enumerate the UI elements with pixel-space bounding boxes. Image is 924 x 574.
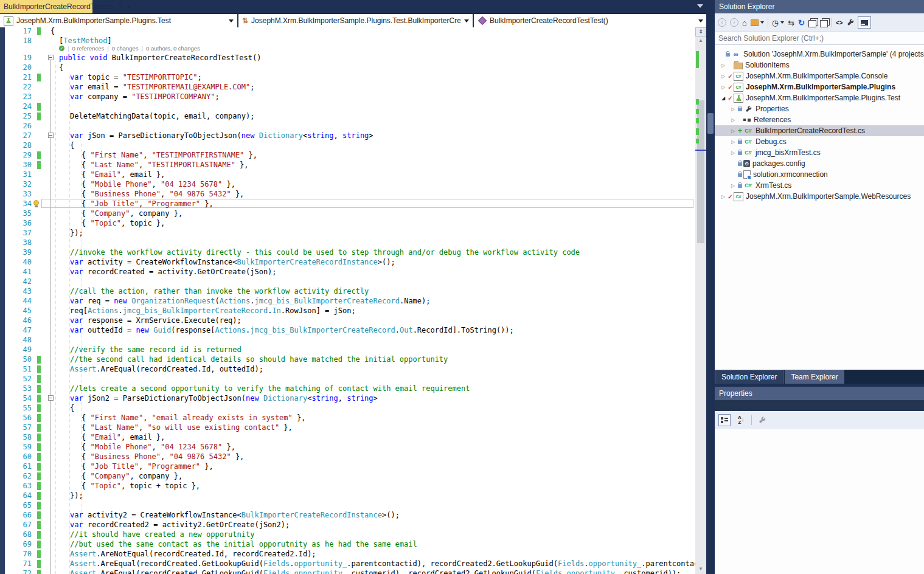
fold-collapse-box[interactable] xyxy=(48,133,54,138)
tab-list-dropdown-icon[interactable] xyxy=(697,4,703,8)
code-line[interactable]: //it should have created a new opporutni… xyxy=(70,530,254,539)
preview-selected-items-icon[interactable] xyxy=(858,16,871,29)
code-line[interactable]: req[Actions.jmcg_bis_BulkImporterCreateR… xyxy=(70,306,356,316)
codelens-authors[interactable]: 0 authors, 0 changes xyxy=(146,45,200,52)
properties-wrench-icon[interactable] xyxy=(847,17,854,28)
code-line[interactable]: var jSon = ParseDictionaryToObjectJson(n… xyxy=(70,131,373,140)
code-line[interactable]: }); xyxy=(70,491,83,500)
expander-icon[interactable]: ▷ xyxy=(720,194,727,199)
expander-icon[interactable]: ▷ xyxy=(729,183,737,188)
code-line[interactable]: { xyxy=(70,403,74,413)
code-line[interactable]: var req = new OrganizationRequest(Action… xyxy=(70,296,431,306)
tree-item-josephm-xrm-bulkimportersample-console[interactable]: ▷✓C#JosephM.Xrm.BulkImporterSample.Conso… xyxy=(715,71,924,81)
categorized-icon[interactable] xyxy=(718,414,731,426)
code-line[interactable]: var recordCreated = activity.GetOrCreate… xyxy=(70,267,277,277)
tree-item-josephm-xrm-bulkimportersample-plugins-t[interactable]: ◢✓JosephM.Xrm.BulkImporterSample.Plugins… xyxy=(715,92,924,103)
code-line[interactable]: public void BulkImporterCreateRecordTest… xyxy=(59,53,261,63)
tree-item-josephm-xrm-bulkimportersample-webresour[interactable]: ▷✓C#JosephM.Xrm.BulkImporterSample.WebRe… xyxy=(715,191,924,202)
member-dropdown[interactable]: BulkImporterCreateRecordTestTest() xyxy=(474,14,707,27)
code-line[interactable]: Assert.AreNotEqual(recordCreated.Id, rec… xyxy=(70,549,316,559)
code-line[interactable]: { "Business Phone", "04 9876 5432" }, xyxy=(82,189,244,199)
tree-item-properties[interactable]: ▷Properties xyxy=(715,103,924,114)
code-line[interactable]: { "Email", email }, xyxy=(82,432,165,442)
expander-icon[interactable]: ▷ xyxy=(729,117,737,123)
expander-icon[interactable]: ▷ xyxy=(729,139,737,145)
code-line[interactable]: var activity2 = CreateWorkflowInstance<B… xyxy=(70,510,400,520)
sync-with-active-document-icon[interactable]: ⇆ xyxy=(788,17,794,28)
editor-vertical-scrollbar[interactable]: ⇕ ▲ ▼ xyxy=(695,27,706,574)
code-line[interactable]: { "Topic", topic + topic }, xyxy=(82,481,200,491)
code-line[interactable]: //call the action, rather than invoke th… xyxy=(70,286,369,296)
code-line[interactable]: { "First Name", "email already exists in… xyxy=(82,413,305,423)
tree-item-jmcg-bisxrmtest-cs[interactable]: ▷C#jmcg_bisXrmTest.cs xyxy=(715,147,924,158)
code-line[interactable]: { "Business Phone", "04 9876 5432" }, xyxy=(82,452,244,462)
code-line[interactable]: { "Mobile Phone", "04 1234 5678" }, xyxy=(82,442,235,452)
codelens-references[interactable]: 0 references xyxy=(72,45,104,52)
code-line[interactable]: var jSon2 = ParseDictionaryToObjectJson(… xyxy=(70,393,378,403)
code-line[interactable]: [TestMethod] xyxy=(59,36,112,46)
close-icon[interactable]: × xyxy=(127,3,131,10)
code-line[interactable]: var response = XrmService.Execute(req); xyxy=(70,316,241,325)
code-line[interactable]: var activity = CreateWorkflowInstance<Bu… xyxy=(70,257,395,267)
code-line[interactable]: { "Job Title", "Programmer" }, xyxy=(82,199,214,209)
code-line[interactable]: Assert.AreEqual(recordCreated.GetLookupG… xyxy=(70,559,695,569)
code-line[interactable]: { "Mobile Phone", "04 1234 5678" }, xyxy=(82,179,235,189)
home-icon[interactable]: ⌂ xyxy=(742,17,747,28)
tree-item-references[interactable]: ▷References xyxy=(715,114,924,125)
tree-item-josephm-xrm-bulkimportersample-plugins[interactable]: ▷✓C#JosephM.Xrm.BulkImporterSample.Plugi… xyxy=(715,81,924,92)
tree-item-bulkimportercreaterecordtest-cs[interactable]: ▷+C#BulkImporterCreateRecordTest.cs xyxy=(715,125,924,136)
code-line[interactable]: //invoke the workflow activity directly … xyxy=(70,247,580,257)
switch-views-icon[interactable] xyxy=(751,17,764,28)
editor-splitter-handle[interactable]: ⇕ xyxy=(695,27,706,36)
scroll-down-arrow-icon[interactable]: ▼ xyxy=(695,566,706,572)
code-line[interactable]: { "Topic", topic }, xyxy=(82,218,165,228)
tree-item-packages-config[interactable]: ⚙packages.config xyxy=(715,158,924,169)
project-dropdown[interactable]: JosephM.Xrm.BulkImporterSample.Plugins.T… xyxy=(0,14,238,27)
tree-item-solution-josephm-xrm-bulkimportersample-[interactable]: ∞Solution 'JosephM.Xrm.BulkImporterSampl… xyxy=(715,49,924,60)
code-line[interactable]: DeleteMatchingData(topic, email, company… xyxy=(70,111,254,121)
code-line[interactable]: { "Company", company }, xyxy=(82,471,182,481)
code-line[interactable]: }); xyxy=(70,228,83,238)
expander-icon[interactable]: ◢ xyxy=(720,95,727,101)
code-line[interactable]: { xyxy=(70,140,74,150)
expander-icon[interactable]: ▷ xyxy=(720,63,727,68)
type-dropdown[interactable]: ⇅ JosephM.Xrm.BulkImporterSample.Plugins… xyxy=(238,14,474,27)
expander-icon[interactable]: ▷ xyxy=(729,128,737,134)
expander-icon[interactable]: ▷ xyxy=(720,74,727,79)
pin-icon[interactable] xyxy=(117,2,123,11)
code-line[interactable]: //lets create a second opportunity to ve… xyxy=(70,384,470,393)
tab-solution-explorer[interactable]: Solution Explorer xyxy=(715,370,783,384)
code-line[interactable]: var topic = "TESTIMPORTTOPIC"; xyxy=(70,72,202,82)
code-line[interactable]: //verify the same record id is returned xyxy=(70,345,241,354)
code-line[interactable]: var recordCreated2 = activity2.GetOrCrea… xyxy=(70,520,290,530)
expander-icon[interactable]: ▷ xyxy=(729,150,737,156)
breakpoint-margin[interactable] xyxy=(0,27,5,574)
scroll-up-arrow-icon[interactable]: ▲ xyxy=(695,38,706,43)
show-all-files-icon[interactable] xyxy=(820,17,828,28)
code-line[interactable]: { xyxy=(59,63,63,72)
code-line[interactable]: { "Last Name", "so will use existing con… xyxy=(82,423,293,432)
panel-splitter[interactable] xyxy=(706,0,715,574)
code-line[interactable]: var email = "TESTIMPORTEMAIL@EXAMPLE.COM… xyxy=(70,82,254,92)
collapse-all-icon[interactable] xyxy=(808,17,816,28)
pending-changes-filter-icon[interactable]: ◷ xyxy=(772,17,784,28)
expander-icon[interactable]: ▷ xyxy=(729,106,737,112)
code-editor[interactable]: ✓ | 0 references | 0 changes | 0 authors… xyxy=(0,27,695,574)
code-line[interactable]: { xyxy=(50,27,55,36)
codelens-changes[interactable]: 0 changes xyxy=(112,45,139,52)
code-line[interactable]: var outtedId = new Guid(response[Actions… xyxy=(70,325,514,335)
tree-item-solutionitems[interactable]: ▷SolutionItems xyxy=(715,60,924,71)
code-line[interactable]: { "Job Title", "Programmer" }, xyxy=(82,462,214,471)
code-line[interactable]: { "First Name", "TESTIMPORTFIRSTNAME" }, xyxy=(82,150,257,160)
tree-item-solution-xrmconnection[interactable]: solution.xrmconnection xyxy=(715,169,924,180)
code-line[interactable]: { "Last Name", "TESTIMPORTLASTNAME" }, xyxy=(82,160,249,170)
back-icon[interactable]: ‹ xyxy=(718,18,726,27)
forward-icon[interactable]: › xyxy=(730,18,738,27)
view-code-icon[interactable]: <> xyxy=(836,17,843,28)
property-pages-wrench-icon[interactable] xyxy=(756,414,768,426)
code-line[interactable]: //but used the same contact as the initi… xyxy=(70,539,417,549)
lightbulb-icon[interactable] xyxy=(33,200,40,208)
search-input[interactable] xyxy=(715,33,924,44)
alphabetical-sort-icon[interactable]: AZ↓ xyxy=(735,414,747,426)
splitter-grip[interactable] xyxy=(707,113,714,134)
